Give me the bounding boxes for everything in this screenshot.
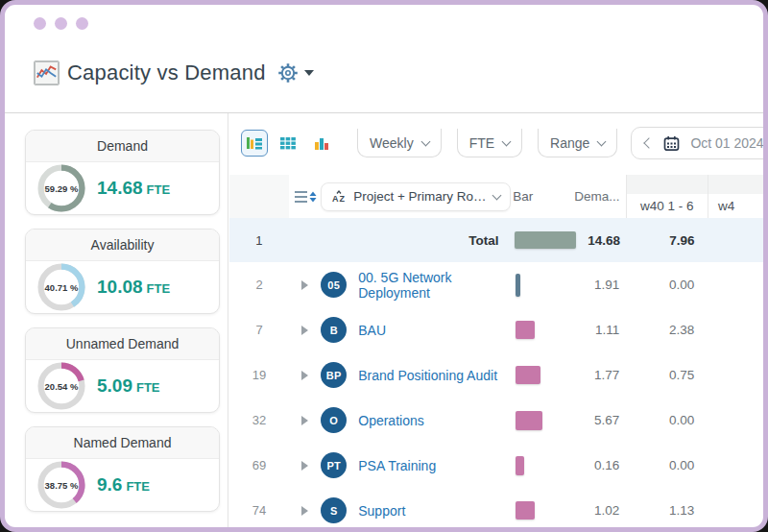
table-row[interactable]: 69 PT PSA Training 0.16 0.00 [229, 443, 763, 488]
summary-card: Availability 40.71 % 10.08FTE [25, 229, 220, 314]
expand-caret-icon[interactable] [301, 326, 308, 335]
project-name[interactable]: PSA Training [358, 458, 436, 473]
table-row[interactable]: 74 S Support 1.02 1.13 [229, 488, 763, 527]
sort-icon [294, 188, 317, 206]
row-number: 2 [229, 278, 289, 292]
demand-bar [516, 366, 540, 384]
date-range-picker: Oct 01 2024 - No [631, 127, 763, 159]
project-name[interactable]: Support [358, 503, 405, 519]
table-row[interactable]: 32 O Operations 5.67 0.00 [229, 398, 763, 443]
bar-cell [512, 411, 575, 430]
date-from[interactable]: Oct 01 2024 [690, 135, 763, 151]
project-badge: S [321, 497, 347, 523]
sort-rows-control[interactable] [289, 175, 321, 218]
bar-cell [511, 231, 576, 249]
card-unit: FTE [126, 479, 150, 494]
week1-value: 7.96 [626, 233, 708, 248]
window-dot [55, 17, 67, 30]
week1-value: 1.13 [625, 503, 708, 518]
demand-bar [516, 501, 535, 520]
demand-value: 1.91 [575, 278, 626, 292]
chevron-down-icon [420, 136, 430, 146]
chevron-down-icon [502, 136, 512, 146]
interval-dropdown[interactable]: Weekly [357, 129, 442, 157]
range-dropdown[interactable]: Range [538, 129, 617, 157]
project-name[interactable]: Brand Positioning Audit [358, 368, 497, 383]
range-value: Range [550, 135, 589, 151]
card-title: Demand [26, 131, 219, 162]
card-title: Availability [26, 230, 219, 261]
row-number: 74 [229, 503, 289, 518]
week1-value: 2.38 [625, 323, 708, 337]
table-row[interactable]: 2 05 00. 5G Network Deployment 1.91 0.00 [229, 262, 763, 307]
table-row[interactable]: 7 B BAU 1.11 2.38 [229, 307, 763, 352]
table-row[interactable]: 1 Total 14.68 7.96 [229, 218, 763, 262]
summary-card: Named Demand 38.75 % 9.6FTE [25, 426, 220, 512]
donut-chart: 40.71 % [37, 263, 85, 311]
column-header-demand[interactable]: Dema... [574, 175, 625, 218]
expand-caret-icon[interactable] [301, 416, 308, 425]
toolbar: Weekly FTE Range Oct 01 2 [241, 127, 763, 159]
row-number-column-header [229, 175, 289, 218]
column-header-week1[interactable]: w40 1 - 6 [626, 175, 708, 218]
window-controls [34, 17, 88, 30]
view-toggle-table-with-bars[interactable] [241, 130, 268, 157]
sort-field-dropdown[interactable]: A Z Project + Primary Role +... [321, 175, 511, 218]
view-toggle-bar-chart[interactable] [308, 130, 335, 157]
page-title: Capacity vs Demand [67, 60, 266, 85]
project-name[interactable]: BAU [358, 323, 386, 338]
card-value: 5.09 [97, 375, 132, 396]
chevron-down-icon [492, 190, 502, 200]
title-settings-control[interactable] [277, 62, 314, 84]
unit-value: FTE [469, 135, 494, 151]
column-header-week2[interactable]: w4 [708, 175, 763, 218]
donut-percent-label: 59.29 % [37, 164, 85, 212]
view-toggle-grid[interactable] [275, 130, 301, 157]
summary-sidebar: Demand 59.29 % 14.68FTE Availability [5, 113, 228, 527]
demand-value: 1.11 [575, 323, 626, 337]
az-sort-icon: A Z [331, 189, 347, 205]
card-title: Named Demand [26, 427, 219, 459]
week1-label: w40 1 - 6 [640, 199, 694, 213]
demand-value: 0.16 [575, 458, 626, 472]
demand-bar [516, 456, 524, 475]
week1-value: 0.00 [625, 458, 708, 472]
table-row[interactable]: 19 BP Brand Positioning Audit 1.77 0.75 [229, 352, 763, 398]
week1-value: 0.00 [625, 413, 708, 427]
donut-percent-label: 20.54 % [37, 362, 85, 410]
grid-icon [279, 134, 297, 152]
expand-caret-icon[interactable] [301, 371, 308, 380]
window-dot [34, 17, 46, 30]
bar-cell [512, 501, 575, 520]
card-unit: FTE [147, 281, 171, 296]
svg-text:A: A [332, 194, 339, 204]
grid-header: A Z Project + Primary Role +... Bar Dema… [229, 175, 763, 218]
interval-value: Weekly [370, 135, 414, 151]
svg-text:Z: Z [340, 194, 346, 204]
demand-bar [516, 321, 535, 339]
calendar-icon[interactable] [663, 135, 680, 152]
gear-icon[interactable] [277, 62, 299, 84]
expand-caret-icon[interactable] [301, 506, 308, 516]
card-value: 14.68 [97, 178, 143, 198]
summary-card: Unnamed Demand 20.54 % 5.09FTE [25, 327, 220, 413]
prev-period-button[interactable] [644, 137, 655, 148]
bar-cell [512, 321, 575, 339]
project-name[interactable]: Operations [358, 413, 423, 428]
main-panel: Weekly FTE Range Oct 01 2 [229, 113, 763, 527]
demand-bar [515, 231, 576, 249]
demand-bar [516, 411, 542, 430]
column-header-bar[interactable]: Bar [511, 175, 574, 218]
bar-cell [512, 366, 575, 384]
unit-dropdown[interactable]: FTE [457, 129, 522, 157]
title-caret-icon[interactable] [304, 70, 314, 76]
chevron-down-icon [597, 136, 607, 146]
demand-value: 1.02 [575, 503, 626, 518]
app-header: Capacity vs Demand [34, 60, 314, 85]
project-name[interactable]: Total [468, 233, 498, 248]
expand-caret-icon[interactable] [301, 280, 308, 290]
row-number: 1 [229, 233, 289, 248]
project-name[interactable]: 00. 5G Network Deployment [358, 270, 511, 301]
project-badge: O [321, 407, 347, 433]
expand-caret-icon[interactable] [301, 461, 308, 471]
